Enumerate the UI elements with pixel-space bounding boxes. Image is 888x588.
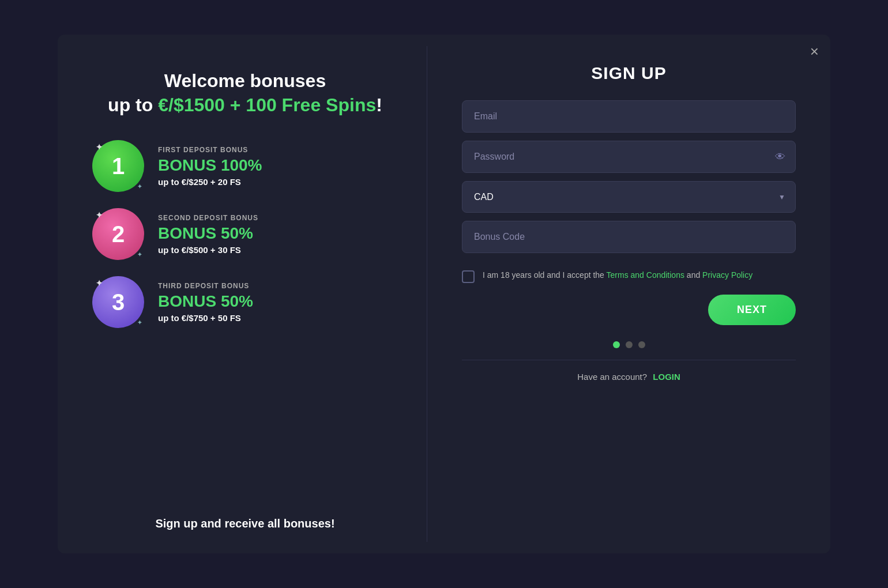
terms-label: I am 18 years old and I accept the Terms… [483, 269, 752, 281]
bonus-label-1: FIRST DEPOSIT BONUS [158, 146, 262, 154]
bonus-item-3: ✦ 3 ✦ THIRD DEPOSIT BONUS BONUS 50% up t… [92, 276, 398, 328]
password-input[interactable] [462, 141, 796, 173]
dot-2 [626, 341, 633, 348]
bonus-info-3: THIRD DEPOSIT BONUS BONUS 50% up to €/$7… [158, 282, 253, 323]
bonus-item-2: ✦ 2 ✦ SECOND DEPOSIT BONUS BONUS 50% up … [92, 208, 398, 260]
bonus-desc-3: up to €/$750 + 50 FS [158, 313, 253, 323]
bonus-info-2: SECOND DEPOSIT BONUS BONUS 50% up to €/$… [158, 214, 258, 255]
bonus-code-input[interactable] [462, 221, 796, 253]
star-icon-tl1: ✦ [96, 142, 103, 152]
cta-text: Sign up and receive all bonuses! [92, 517, 398, 530]
bonus-label-3: THIRD DEPOSIT BONUS [158, 282, 253, 290]
eye-icon[interactable]: 👁 [775, 151, 785, 163]
signup-modal: × Welcome bonuses up to €/$1500 + 100 Fr… [58, 35, 830, 553]
star-icon-br3: ✦ [137, 319, 142, 326]
welcome-title: Welcome bonuses up to €/$1500 + 100 Free… [92, 69, 398, 117]
star-icon-br2: ✦ [137, 251, 142, 258]
badge-2: ✦ 2 ✦ [92, 208, 144, 260]
privacy-link[interactable]: Privacy Policy [702, 270, 752, 280]
bonus-value-2: BONUS 50% [158, 224, 258, 243]
bonus-list: ✦ 1 ✦ FIRST DEPOSIT BONUS BONUS 100% up … [92, 140, 398, 494]
next-button[interactable]: NEXT [708, 295, 796, 325]
dot-1 [613, 341, 620, 348]
bonus-desc-1: up to €/$250 + 20 FS [158, 177, 262, 187]
divider-line [462, 360, 796, 360]
bonus-desc-2: up to €/$500 + 30 FS [158, 245, 258, 255]
welcome-line2: up to €/$1500 + 100 Free Spins! [108, 95, 382, 115]
step-dots [462, 341, 796, 348]
bonus-info-1: FIRST DEPOSIT BONUS BONUS 100% up to €/$… [158, 146, 262, 187]
terms-row: I am 18 years old and I accept the Terms… [462, 269, 796, 283]
dot-3 [638, 341, 645, 348]
email-field-wrap [462, 100, 796, 133]
star-icon-tl2: ✦ [96, 210, 103, 220]
bonus-value-3: BONUS 50% [158, 292, 253, 311]
form-fields: 👁 CAD USD EUR GBP [462, 100, 796, 253]
close-button[interactable]: × [810, 44, 819, 59]
terms-text: I am 18 years old and I accept the [483, 270, 607, 280]
currency-select-wrap: CAD USD EUR GBP [462, 181, 796, 213]
welcome-line1: Welcome bonuses [164, 70, 326, 91]
terms-checkbox[interactable] [462, 270, 475, 283]
badge-1: ✦ 1 ✦ [92, 140, 144, 192]
right-panel: SIGN UP 👁 CAD USD EUR GBP [427, 35, 830, 553]
have-account-text: Have an account? [577, 372, 647, 382]
password-field-wrap: 👁 [462, 141, 796, 173]
login-link[interactable]: LOGIN [653, 372, 680, 382]
badge-3: ✦ 3 ✦ [92, 276, 144, 328]
left-panel: Welcome bonuses up to €/$1500 + 100 Free… [58, 35, 427, 553]
bonus-label-2: SECOND DEPOSIT BONUS [158, 214, 258, 222]
login-row: Have an account? LOGIN [462, 372, 796, 382]
bonus-code-field-wrap [462, 221, 796, 253]
star-icon-tl3: ✦ [96, 278, 103, 288]
bonus-value-1: BONUS 100% [158, 156, 262, 175]
terms-link[interactable]: Terms and Conditions [607, 270, 684, 280]
signup-title: SIGN UP [462, 63, 796, 83]
star-icon-br1: ✦ [137, 183, 142, 190]
bonus-item-1: ✦ 1 ✦ FIRST DEPOSIT BONUS BONUS 100% up … [92, 140, 398, 192]
currency-select[interactable]: CAD USD EUR GBP [462, 181, 796, 213]
email-input[interactable] [462, 100, 796, 133]
and-text: and [684, 270, 702, 280]
